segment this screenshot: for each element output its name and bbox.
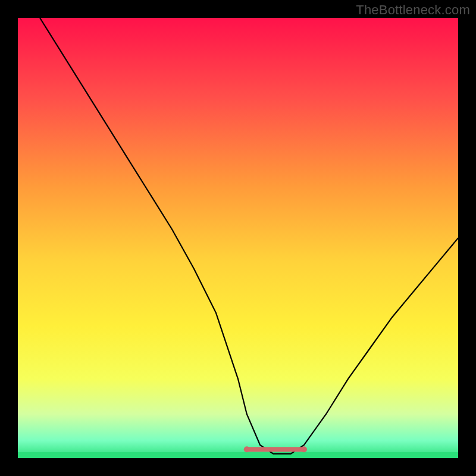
optimal-region-end-dot — [301, 446, 307, 452]
bottleneck-chart — [18, 18, 458, 458]
watermark-text: TheBottleneck.com — [356, 2, 470, 18]
baseline-strip — [18, 452, 458, 458]
gradient-background — [18, 18, 458, 458]
optimal-region-start-dot — [244, 446, 250, 452]
